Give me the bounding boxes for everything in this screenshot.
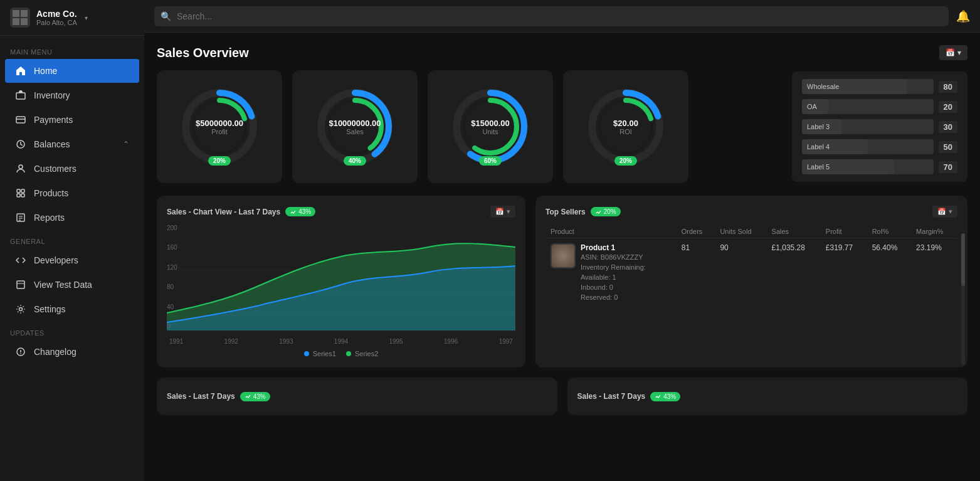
company-info: Acme Co. Palo Alto, CA [36,9,77,26]
kpi-row: $5000000.00 Profit 20% [157,70,967,183]
company-location: Palo Alto, CA [36,19,77,26]
top-sellers-filter-button[interactable]: 📅▾ [932,206,957,218]
settings-icon [15,304,26,315]
sidebar-item-developers[interactable]: Developers [5,248,139,272]
x-label-1991: 1991 [169,338,183,345]
bell-icon[interactable]: 🔔 [956,9,970,23]
filter-chevron-icon: ▾ [957,48,961,57]
scrollbar-track[interactable] [961,233,965,365]
charts-row: Sales - Chart View - Last 7 Days 43% 📅▾ [157,196,967,367]
svg-rect-5 [17,189,20,193]
donut-roi-center: $20.00 ROI [613,119,638,135]
topbar: 🔍 🔔 [144,0,980,33]
area-chart-svg [167,225,515,338]
home-icon [15,65,26,77]
sidebar-item-settings-label: Settings [34,304,66,314]
x-label-1996: 1996 [444,338,458,345]
bottom-chart-2-badge: 43% [650,392,680,401]
sidebar-item-changelog-label: Changelog [34,347,76,357]
top-sellers-table: Product Orders Units Sold Sales Profit R… [545,225,957,307]
product-reserved: Reserved: 0 [581,293,646,301]
kpi-profit-value: $5000000.00 [196,119,243,128]
balances-chevron-icon: ⌃ [123,140,129,149]
legend-label-3: Label 3 [807,123,830,130]
kpi-profit-label: Profit [196,128,243,135]
sales-chart-header: Sales - Chart View - Last 7 Days 43% 📅▾ [167,206,515,218]
legend-row-label4: Label 4 50 [802,139,957,154]
product-name: Product 1 [581,243,646,252]
legend-row-oa: OA 20 [802,99,957,114]
search-icon: 🔍 [161,11,171,21]
legend-value-label5: 70 [939,161,957,173]
product-margin: 23.19% [911,238,957,307]
sidebar-item-view-test-data-label: View Test Data [34,280,92,290]
top-sellers-badge: 20% [591,207,621,216]
col-roi: RoI% [867,225,911,238]
top-sellers-table-scroll[interactable]: Product Orders Units Sold Sales Profit R… [545,225,957,307]
col-profit: Profit [821,225,867,238]
sidebar-header: Acme Co. Palo Alto, CA ▾ [0,0,144,36]
company-logo [10,8,30,28]
sales-chart-title: Sales - Chart View - Last 7 Days [167,208,280,216]
sidebar-item-products[interactable]: Products [5,181,139,205]
top-sellers-card: Top Sellers 20% 📅▾ Produc [535,196,967,367]
inventory-icon [15,90,26,101]
svg-point-18 [20,353,21,354]
donut-units: $15000.00 Units 60% [446,83,534,171]
x-label-1995: 1995 [389,338,403,345]
bottom-chart-1-badge: 43% [240,392,270,401]
chevron-down-icon[interactable]: ▾ [85,14,88,21]
col-product: Product [545,225,677,238]
product-sales: £1,035.28 [767,238,821,307]
product-inbound: Inbound: 0 [581,283,646,291]
donut-sales: $10000000.00 Sales 40% [311,83,399,171]
bottom-charts-row: Sales - Last 7 Days 43% Sales - Last 7 D… [157,378,967,415]
sidebar-item-settings[interactable]: Settings [5,297,139,321]
product-units-sold: 90 [715,238,766,307]
sales-chart-filter-button[interactable]: 📅▾ [490,206,515,218]
x-label-1997: 1997 [499,338,513,345]
calendar-small-icon: 📅 [495,208,504,216]
main-menu-label: Main Menu [0,41,144,58]
kpi-units-badge: 60% [479,156,502,166]
sidebar-item-view-test-data[interactable]: View Test Data [5,273,139,297]
sidebar-item-payments[interactable]: Payments [5,108,139,132]
search-input[interactable] [154,6,949,26]
legend-label-5: Label 5 [807,163,830,171]
chart-legend: Series1 Series2 [167,350,515,357]
kpi-sales-badge: 40% [344,156,366,166]
legend-value-wholesale: 80 [939,81,957,93]
svg-rect-7 [17,194,20,197]
sidebar-item-home[interactable]: Home [5,59,139,83]
bottom-chart-1-header: Sales - Last 7 Days 43% [167,392,547,401]
filter-button[interactable]: 📅 ▾ [939,45,967,60]
legend-label-oa: OA [807,103,817,110]
sidebar-item-home-label: Home [34,66,57,76]
kpi-profit: $5000000.00 Profit 20% [157,70,282,183]
legend-value-label4: 50 [939,141,957,153]
scrollbar-thumb[interactable] [961,233,965,286]
legend-label-wholesale: Wholesale [807,83,839,90]
sidebar-item-customers[interactable]: Customers [5,157,139,181]
general-label: General [0,230,144,248]
legend-row-label3: Label 3 30 [802,119,957,134]
kpi-sales-label: Sales [329,128,381,135]
svg-rect-8 [21,194,24,197]
sidebar-item-reports[interactable]: Reports [5,206,139,230]
donut-units-center: $15000.00 Units [471,119,509,135]
sidebar-item-changelog[interactable]: Changelog [5,340,139,364]
legend-value-oa: 20 [939,101,957,113]
kpi-roi-value: $20.00 [613,119,638,128]
bottom-chart-2: Sales - Last 7 Days 43% [567,378,968,415]
sidebar-item-inventory[interactable]: Inventory [5,83,139,107]
kpi-units-value: $15000.00 [471,119,509,128]
product-inventory-label: Inventory Remaining: [581,263,646,271]
payments-icon [15,114,26,125]
sidebar-item-balances[interactable]: Balances ⌃ [5,132,139,156]
calendar-icon: 📅 [946,48,955,57]
kpi-roi-label: ROI [613,128,638,135]
legend-panel: Wholesale 80 OA 20 Label 3 30 Label 4 50… [792,71,967,182]
col-margin: Margin% [911,225,957,238]
changelog-icon [15,346,26,357]
x-label-1993: 1993 [279,338,293,345]
